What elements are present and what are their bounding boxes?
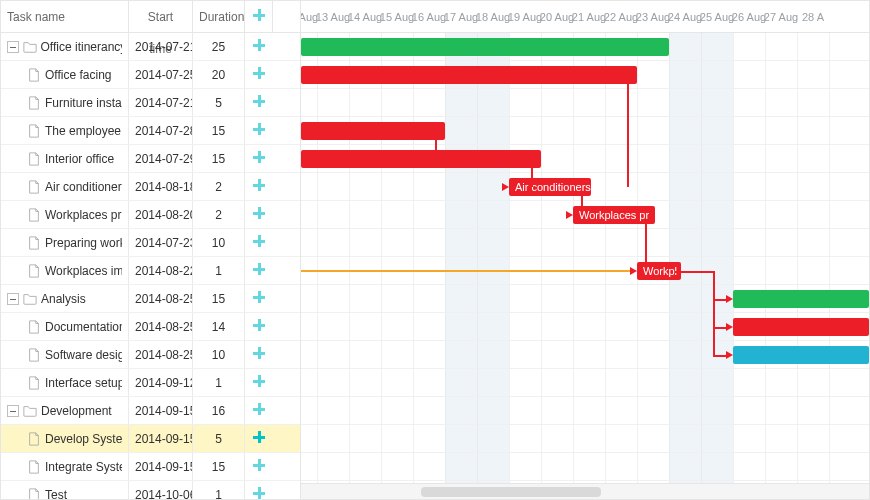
cell-start[interactable]: 2014-08-18 [129,173,193,201]
cell-name[interactable]: Develop System [1,425,129,453]
gantt-tag[interactable]: Workplaces pr [573,206,655,224]
cell-name[interactable]: Test [1,481,129,500]
cell-add[interactable] [245,313,273,341]
timeline-row[interactable] [301,397,869,425]
grid-row[interactable]: Preparing workp2014-07-2310 [1,229,300,257]
timeline-row[interactable] [301,341,869,369]
cell-add[interactable] [245,257,273,285]
gantt-bar[interactable] [301,38,669,56]
cell-name[interactable]: Furniture install [1,89,129,117]
add-icon[interactable] [253,179,265,191]
cell-add[interactable] [245,481,273,500]
cell-name[interactable]: Interface setup [1,369,129,397]
cell-add[interactable] [245,173,273,201]
cell-name[interactable]: Development [1,397,129,425]
grid-row[interactable]: Develop System2014-09-155 [1,425,300,453]
grid-row[interactable]: Office facing2014-07-2520 [1,61,300,89]
add-icon[interactable] [253,235,265,247]
cell-name[interactable]: Workplaces imp [1,257,129,285]
cell-start[interactable]: 2014-08-20 [129,201,193,229]
grid-row[interactable]: Documentation2014-08-2514 [1,313,300,341]
cell-start[interactable]: 2014-07-23 [129,229,193,257]
grid-row[interactable]: The employee r2014-07-2815 [1,117,300,145]
gantt-bar[interactable] [733,346,869,364]
grid-row[interactable]: Analysis2014-08-2515 [1,285,300,313]
timeline-row[interactable] [301,285,869,313]
cell-add[interactable] [245,341,273,369]
timeline-row[interactable] [301,89,869,117]
cell-start[interactable]: 2014-07-21 [129,33,193,61]
cell-add[interactable] [245,145,273,173]
add-icon[interactable] [253,291,265,303]
gantt-bar[interactable] [733,290,869,308]
add-icon[interactable] [253,375,265,387]
cell-duration[interactable]: 16 [193,397,245,425]
add-icon[interactable] [253,487,265,499]
cell-name[interactable]: Air conditioners [1,173,129,201]
cell-duration[interactable]: 14 [193,313,245,341]
cell-add[interactable] [245,201,273,229]
add-icon[interactable] [253,263,265,275]
cell-start[interactable]: 2014-09-12 [129,369,193,397]
timeline-row[interactable] [301,369,869,397]
cell-add[interactable] [245,89,273,117]
cell-name[interactable]: Office itinerancy [1,33,129,61]
timeline-row[interactable]: Workplaces pr [301,201,869,229]
col-dur-header[interactable]: Duration [193,1,245,33]
cell-duration[interactable]: 1 [193,257,245,285]
cell-start[interactable]: 2014-08-25 [129,313,193,341]
cell-start[interactable]: 2014-07-21 [129,89,193,117]
cell-duration[interactable]: 25 [193,33,245,61]
add-icon[interactable] [253,431,265,443]
grid-row[interactable]: Development2014-09-1516 [1,397,300,425]
col-add-header[interactable] [245,1,273,33]
grid-row[interactable]: Workplaces pre2014-08-202 [1,201,300,229]
cell-start[interactable]: 2014-08-25 [129,285,193,313]
add-icon[interactable] [253,9,265,21]
cell-duration[interactable]: 10 [193,341,245,369]
gantt-tag[interactable]: Air conditioners [509,178,591,196]
grid-row[interactable]: Office itinerancy2014-07-2125 [1,33,300,61]
cell-add[interactable] [245,397,273,425]
cell-add[interactable] [245,229,273,257]
timeline-row[interactable] [301,145,869,173]
cell-start[interactable]: 2014-07-28 [129,117,193,145]
cell-add[interactable] [245,61,273,89]
col-start-header[interactable]: Start time [129,1,193,33]
cell-name[interactable]: Analysis [1,285,129,313]
cell-add[interactable] [245,33,273,61]
timeline-row[interactable] [301,117,869,145]
cell-duration[interactable]: 10 [193,229,245,257]
cell-start[interactable]: 2014-08-25 [129,341,193,369]
grid-row[interactable]: Test2014-10-061 [1,481,300,500]
cell-duration[interactable]: 15 [193,453,245,481]
cell-duration[interactable]: 2 [193,201,245,229]
cell-duration[interactable]: 1 [193,369,245,397]
horizontal-scrollbar[interactable] [301,483,869,499]
cell-name[interactable]: Interior office [1,145,129,173]
col-name-header[interactable]: Task name [1,1,129,33]
grid-row[interactable]: Interface setup2014-09-121 [1,369,300,397]
grid-row[interactable]: Interior office2014-07-2915 [1,145,300,173]
add-icon[interactable] [253,319,265,331]
timeline-row[interactable] [301,313,869,341]
timeline-row[interactable] [301,229,869,257]
add-icon[interactable] [253,347,265,359]
gantt-bar[interactable] [733,318,869,336]
tree-toggle[interactable] [7,405,19,417]
cell-start[interactable]: 2014-08-22 [129,257,193,285]
cell-name[interactable]: Software design [1,341,129,369]
add-icon[interactable] [253,151,265,163]
add-icon[interactable] [253,67,265,79]
cell-start[interactable]: 2014-09-15 [129,425,193,453]
tree-toggle[interactable] [7,41,19,53]
grid-row[interactable]: Furniture install2014-07-215 [1,89,300,117]
cell-name[interactable]: Preparing workp [1,229,129,257]
cell-duration[interactable]: 5 [193,425,245,453]
cell-duration[interactable]: 15 [193,117,245,145]
cell-duration[interactable]: 15 [193,145,245,173]
cell-start[interactable]: 2014-10-06 [129,481,193,500]
cell-duration[interactable]: 15 [193,285,245,313]
gantt-bar[interactable] [301,66,637,84]
cell-name[interactable]: Office facing [1,61,129,89]
